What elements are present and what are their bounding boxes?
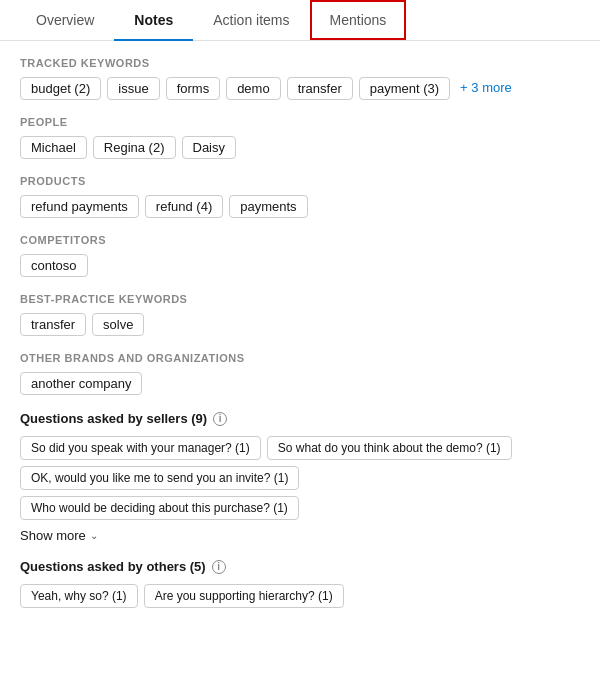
others-question-tags: Yeah, why so? (1) Are you supporting hie…	[20, 584, 580, 608]
sellers-q4[interactable]: Who would be deciding about this purchas…	[20, 496, 299, 520]
questions-others-section: Questions asked by others (5) i Yeah, wh…	[20, 559, 580, 608]
people-tags: Michael Regina (2) Daisy	[20, 136, 580, 159]
show-more-label: Show more	[20, 528, 86, 543]
tracked-keywords-section: TRACKED KEYWORDS budget (2) issue forms …	[20, 57, 580, 100]
tag-refund[interactable]: refund (4)	[145, 195, 223, 218]
questions-sellers-section: Questions asked by sellers (9) i So did …	[20, 411, 580, 543]
competitors-label: COMPETITORS	[20, 234, 580, 246]
show-more-button[interactable]: Show more ⌄	[20, 528, 580, 543]
questions-sellers-title: Questions asked by sellers (9) i	[20, 411, 580, 426]
tag-refund-payments[interactable]: refund payments	[20, 195, 139, 218]
tag-payments[interactable]: payments	[229, 195, 307, 218]
tag-issue[interactable]: issue	[107, 77, 159, 100]
tracked-keywords-tags: budget (2) issue forms demo transfer pay…	[20, 77, 580, 100]
tag-regina[interactable]: Regina (2)	[93, 136, 176, 159]
tag-budget[interactable]: budget (2)	[20, 77, 101, 100]
best-practice-tags: transfer solve	[20, 313, 580, 336]
other-brands-tags: another company	[20, 372, 580, 395]
tab-bar: Overview Notes Action items Mentions	[0, 0, 600, 41]
chevron-down-icon: ⌄	[90, 530, 98, 541]
tag-demo[interactable]: demo	[226, 77, 281, 100]
tab-action-items[interactable]: Action items	[193, 0, 309, 40]
competitors-section: COMPETITORS contoso	[20, 234, 580, 277]
products-label: PRODUCTS	[20, 175, 580, 187]
tag-transfer[interactable]: transfer	[287, 77, 353, 100]
others-q1[interactable]: Yeah, why so? (1)	[20, 584, 138, 608]
tag-forms[interactable]: forms	[166, 77, 221, 100]
tag-contoso[interactable]: contoso	[20, 254, 88, 277]
questions-sellers-label: Questions asked by sellers (9)	[20, 411, 207, 426]
tab-overview[interactable]: Overview	[16, 0, 114, 40]
sellers-question-tags: So did you speak with your manager? (1) …	[20, 436, 580, 520]
others-info-icon[interactable]: i	[212, 560, 226, 574]
tab-mentions[interactable]: Mentions	[310, 0, 407, 40]
tag-another-company[interactable]: another company	[20, 372, 142, 395]
tracked-keywords-label: TRACKED KEYWORDS	[20, 57, 580, 69]
questions-others-title: Questions asked by others (5) i	[20, 559, 580, 574]
tag-more[interactable]: + 3 more	[456, 77, 516, 100]
tab-notes[interactable]: Notes	[114, 0, 193, 40]
questions-others-label: Questions asked by others (5)	[20, 559, 206, 574]
other-brands-label: OTHER BRANDS AND ORGANIZATIONS	[20, 352, 580, 364]
products-tags: refund payments refund (4) payments	[20, 195, 580, 218]
other-brands-section: OTHER BRANDS AND ORGANIZATIONS another c…	[20, 352, 580, 395]
tag-solve[interactable]: solve	[92, 313, 144, 336]
tag-michael[interactable]: Michael	[20, 136, 87, 159]
best-practice-section: BEST-PRACTICE KEYWORDS transfer solve	[20, 293, 580, 336]
others-q2[interactable]: Are you supporting hierarchy? (1)	[144, 584, 344, 608]
content-area: TRACKED KEYWORDS budget (2) issue forms …	[0, 41, 600, 640]
competitors-tags: contoso	[20, 254, 580, 277]
people-label: PEOPLE	[20, 116, 580, 128]
products-section: PRODUCTS refund payments refund (4) paym…	[20, 175, 580, 218]
sellers-q3[interactable]: OK, would you like me to send you an inv…	[20, 466, 299, 490]
tag-transfer-bp[interactable]: transfer	[20, 313, 86, 336]
best-practice-label: BEST-PRACTICE KEYWORDS	[20, 293, 580, 305]
sellers-q2[interactable]: So what do you think about the demo? (1)	[267, 436, 512, 460]
people-section: PEOPLE Michael Regina (2) Daisy	[20, 116, 580, 159]
sellers-q1[interactable]: So did you speak with your manager? (1)	[20, 436, 261, 460]
sellers-info-icon[interactable]: i	[213, 412, 227, 426]
tag-daisy[interactable]: Daisy	[182, 136, 237, 159]
tag-payment[interactable]: payment (3)	[359, 77, 450, 100]
